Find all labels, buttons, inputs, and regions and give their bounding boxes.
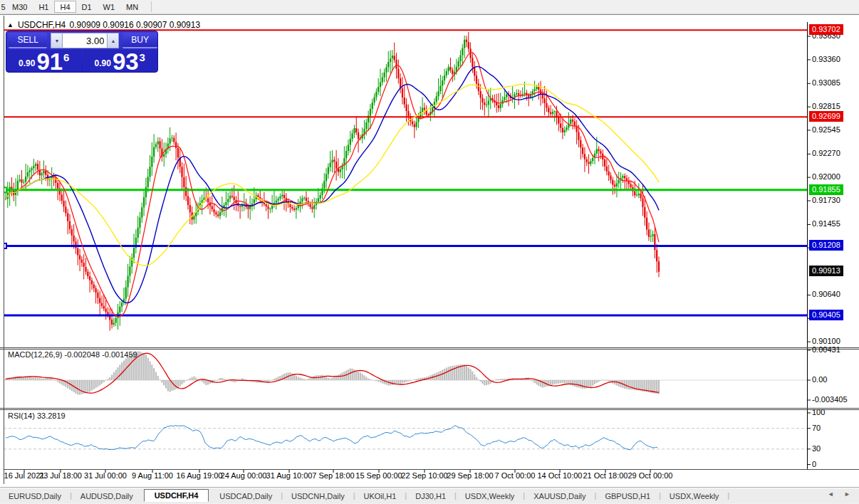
buy-price-prefix: 0.90	[95, 58, 111, 68]
chart-tab-dj30-h1[interactable]: DJ30,H1	[407, 490, 454, 502]
bullish-candle-wicks	[6, 36, 653, 330]
timeframe-button-d1[interactable]: D1	[76, 1, 98, 13]
time-tick-label: 29 Sep 18:00	[447, 471, 493, 480]
timeframe-button-h1[interactable]: H1	[33, 1, 54, 13]
chart-tab-gbpusd-h1[interactable]: GBPUSD,H1	[596, 490, 659, 502]
time-tick-label: 16 Aug 19:00	[177, 471, 223, 480]
macd-axis-label: -0.003405	[812, 395, 856, 404]
price-tick-0.91730: 0.91730	[812, 196, 840, 204]
price-tick-0.90100: 0.90100	[812, 337, 840, 345]
sell-price-big: 91	[36, 52, 63, 72]
toolbar-separator	[151, 1, 152, 12]
price-tick-0.93085: 0.93085	[812, 78, 840, 87]
price-tick-0.92545: 0.92545	[812, 125, 840, 134]
rsi-axis-label: 30	[812, 444, 856, 453]
volume-increase-button[interactable]: ▲	[107, 33, 119, 48]
timeframe-button-h4[interactable]: H4	[54, 1, 76, 13]
time-tick-label: 31 Jul 00:00	[84, 471, 127, 480]
timeframe-button-m30[interactable]: M30	[6, 1, 33, 13]
tab-scroll-arrows[interactable]: ◄ ►	[828, 490, 855, 498]
rsi-indicator-label: RSI(14) 33.2819	[8, 411, 66, 420]
time-tick-label: 9 Aug 11:00	[132, 471, 173, 480]
rsi-axis-label: 70	[812, 424, 856, 432]
macd-axis-label: 0.00431	[812, 345, 856, 354]
chart-title: ▲USDCHF,H4 0.90909 0.90916 0.90907 0.909…	[7, 20, 202, 30]
bullish-candle-bodies	[6, 40, 653, 325]
chart-tab-usdx-weekly[interactable]: USDX,Weekly	[457, 490, 523, 502]
timeframe-button-5[interactable]: 5	[0, 1, 6, 13]
chart-tab-bar: EURUSD,Daily|AUDUSD,Daily|USDCHF,H4|USDC…	[0, 487, 859, 503]
volume-down-icon: ▼	[54, 38, 59, 43]
timeframe-button-w1[interactable]: W1	[98, 1, 121, 13]
time-tick-label: 14 Oct 10:00	[538, 471, 583, 480]
tab-separator: |	[727, 491, 729, 500]
sell-price[interactable]: 0.90916	[6, 50, 82, 72]
sell-price-prefix: 0.90	[19, 58, 35, 68]
chart-tab-usdcnh-daily[interactable]: USDCNH,Daily	[283, 490, 353, 502]
price-badge-0.91855: 0.91855	[809, 184, 843, 195]
time-tick-label: 29 Oct 00:00	[628, 471, 673, 480]
price-tick-0.92000: 0.92000	[812, 172, 840, 181]
price-tick-0.91455: 0.91455	[812, 219, 840, 228]
rsi-axis-label: 100	[812, 408, 856, 416]
rsi-axis-label: 0	[812, 460, 856, 468]
collapse-panel-icon[interactable]: ▲	[7, 21, 14, 28]
chart-symbol-label: USDCHF,H4	[18, 20, 66, 30]
price-tick-0.92815: 0.92815	[812, 102, 840, 110]
volume-up-icon: ▲	[110, 38, 115, 43]
time-tick-label: 15 Sep 00:00	[355, 471, 402, 480]
chart-tab-eurusd-daily[interactable]: EURUSD,Daily	[0, 490, 70, 502]
rsi-pane[interactable]	[4, 426, 807, 450]
sell-price-pip: 6	[63, 51, 69, 63]
price-badge-0.91208: 0.91208	[809, 240, 843, 251]
price-tick-0.92270: 0.92270	[812, 149, 840, 157]
time-tick-label: 23 Jul 18:00	[39, 471, 82, 480]
time-tick-label: 16 Jul 2021	[4, 471, 45, 480]
buy-price-pip: 3	[140, 51, 145, 63]
ma-line-slow	[6, 84, 659, 266]
time-tick-label: 31 Aug 10:00	[266, 471, 313, 480]
current-price-badge: 0.90913	[809, 266, 843, 276]
buy-button[interactable]: BUY	[123, 33, 157, 48]
chart-tab-usdchf-h4[interactable]: USDCHF,H4	[144, 489, 209, 502]
macd-axis-label: 0.00	[812, 375, 856, 384]
chart-canvas[interactable]	[0, 15, 859, 487]
price-badge-0.93702: 0.93702	[809, 24, 843, 35]
ma-line-fast	[6, 53, 659, 317]
price-badge-0.90405: 0.90405	[809, 310, 843, 320]
timeframe-button-mn[interactable]: MN	[120, 1, 144, 13]
one-click-trading-panel: SELL ▼ ▲ BUY 0.90916 0.90933	[6, 31, 158, 73]
price-tick-0.90640: 0.90640	[812, 290, 840, 298]
chart-tab-xauusd-daily[interactable]: XAUUSD,Daily	[525, 490, 594, 502]
chart-window: ▲USDCHF,H4 0.90909 0.90916 0.90907 0.909…	[0, 14, 859, 487]
volume-input[interactable]	[63, 33, 107, 48]
trade-prices-row: 0.90916 0.90933	[6, 50, 157, 72]
price-tick-0.93360: 0.93360	[812, 55, 840, 63]
mt4-app: 5M30H1H4D1W1MN ▲USDCHF,H4 0.90909 0.9091…	[0, 0, 859, 504]
time-tick-label: 22 Sep 10:00	[401, 471, 447, 480]
volume-stepper: ▼ ▲	[51, 33, 119, 48]
time-tick-label: 21 Oct 18:00	[583, 471, 628, 480]
time-tick-label: 24 Aug 00:00	[221, 471, 267, 480]
chart-tab-audusd-daily[interactable]: AUDUSD,Daily	[72, 490, 142, 502]
volume-decrease-button[interactable]: ▼	[51, 33, 63, 48]
macd-signal-line	[6, 353, 659, 393]
ma-line-medium	[6, 67, 659, 303]
buy-price-big: 93	[113, 52, 139, 72]
bearish-candle-wicks	[11, 32, 659, 331]
main-price-pane[interactable]	[1, 30, 807, 330]
chart-ohlc-label: 0.90909 0.90916 0.90907 0.90913	[70, 20, 201, 30]
sell-button[interactable]: SELL	[9, 33, 47, 48]
price-badge-0.92699: 0.92699	[809, 111, 843, 122]
buy-price[interactable]: 0.90933	[83, 50, 158, 72]
chart-tab-usdcad-daily[interactable]: USDCAD,Daily	[211, 490, 281, 502]
trade-controls-row: SELL ▼ ▲ BUY	[6, 31, 157, 50]
macd-indicator-label: MACD(12,26,9) -0.002048 -0.001459	[8, 350, 137, 359]
timeframe-toolbar: 5M30H1H4D1W1MN	[0, 0, 859, 14]
chart-tab-ukoil-h1[interactable]: UKOil,H1	[355, 490, 405, 502]
bearish-candle-bodies	[11, 40, 659, 325]
chart-tab-usdx-weekly[interactable]: USDX,Weekly	[661, 490, 727, 502]
time-tick-label: 7 Sep 18:00	[312, 471, 354, 480]
time-tick-label: 7 Oct 00:00	[495, 471, 536, 480]
rsi-line	[6, 426, 657, 450]
